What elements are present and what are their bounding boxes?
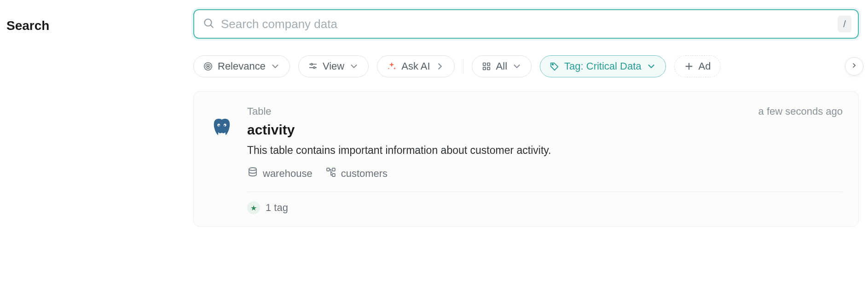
plus-icon bbox=[684, 61, 694, 71]
chevron-down-icon bbox=[646, 61, 656, 71]
ask-ai-label: Ask AI bbox=[401, 60, 430, 72]
scroll-right-button[interactable] bbox=[845, 57, 863, 76]
svg-point-8 bbox=[313, 67, 315, 69]
svg-rect-9 bbox=[483, 63, 486, 66]
result-timestamp: a few seconds ago bbox=[758, 105, 843, 117]
tag-filter-button[interactable]: Tag: Critical Data bbox=[540, 55, 666, 77]
svg-rect-11 bbox=[483, 67, 486, 70]
schema-icon bbox=[325, 167, 336, 181]
schema-name: customers bbox=[341, 168, 388, 180]
database-name: warehouse bbox=[263, 168, 312, 180]
postgres-icon bbox=[209, 105, 235, 214]
tags-row[interactable]: ★ 1 tag bbox=[247, 201, 843, 214]
chevron-down-icon bbox=[349, 61, 359, 71]
svg-rect-23 bbox=[332, 174, 335, 176]
sliders-icon bbox=[308, 61, 318, 71]
search-icon bbox=[203, 17, 214, 31]
schema-crumb[interactable]: customers bbox=[325, 167, 388, 181]
svg-point-13 bbox=[552, 64, 554, 65]
page-title: Search bbox=[6, 18, 193, 33]
filter-divider bbox=[463, 59, 463, 74]
result-name: activity bbox=[247, 122, 843, 138]
svg-rect-22 bbox=[332, 168, 335, 171]
scope-all-button[interactable]: All bbox=[472, 55, 532, 77]
view-label: View bbox=[323, 60, 344, 72]
svg-rect-21 bbox=[327, 168, 330, 171]
search-input[interactable] bbox=[221, 17, 838, 31]
svg-rect-12 bbox=[487, 67, 490, 70]
tag-filter-label: Tag: Critical Data bbox=[564, 60, 642, 72]
result-breadcrumbs: warehouse customers bbox=[247, 167, 843, 192]
scope-label: All bbox=[496, 60, 507, 72]
svg-point-17 bbox=[219, 125, 220, 126]
sort-label: Relevance bbox=[218, 60, 266, 72]
svg-point-4 bbox=[208, 66, 209, 67]
sort-relevance-button[interactable]: Relevance bbox=[193, 55, 290, 77]
add-filter-button[interactable]: Ad bbox=[674, 55, 721, 77]
search-shortcut-hint: / bbox=[838, 16, 851, 32]
search-bar[interactable]: / bbox=[193, 9, 859, 39]
add-filter-label: Ad bbox=[699, 60, 711, 72]
chevron-right-icon bbox=[435, 61, 445, 71]
filters-row: Relevance View Ask AI bbox=[193, 55, 859, 77]
result-type: Table bbox=[247, 105, 272, 117]
chevron-down-icon bbox=[270, 61, 280, 71]
star-icon: ★ bbox=[247, 201, 260, 214]
tag-count: 1 tag bbox=[266, 202, 288, 214]
svg-point-6 bbox=[311, 64, 312, 65]
svg-point-19 bbox=[224, 125, 226, 126]
result-card[interactable]: Table a few seconds ago activity This ta… bbox=[193, 91, 859, 227]
database-icon bbox=[247, 167, 258, 181]
svg-point-20 bbox=[249, 168, 256, 170]
chevron-right-icon bbox=[851, 62, 858, 71]
database-crumb[interactable]: warehouse bbox=[247, 167, 312, 181]
ask-ai-button[interactable]: Ask AI bbox=[377, 55, 454, 77]
svg-rect-10 bbox=[487, 63, 490, 66]
sparkle-icon bbox=[387, 61, 397, 71]
chevron-down-icon bbox=[512, 61, 522, 71]
grid-icon bbox=[481, 61, 492, 71]
view-button[interactable]: View bbox=[298, 55, 369, 77]
svg-line-1 bbox=[211, 25, 213, 28]
target-icon bbox=[203, 61, 213, 71]
result-description: This table contains important informatio… bbox=[247, 144, 843, 157]
tag-icon bbox=[550, 61, 560, 71]
